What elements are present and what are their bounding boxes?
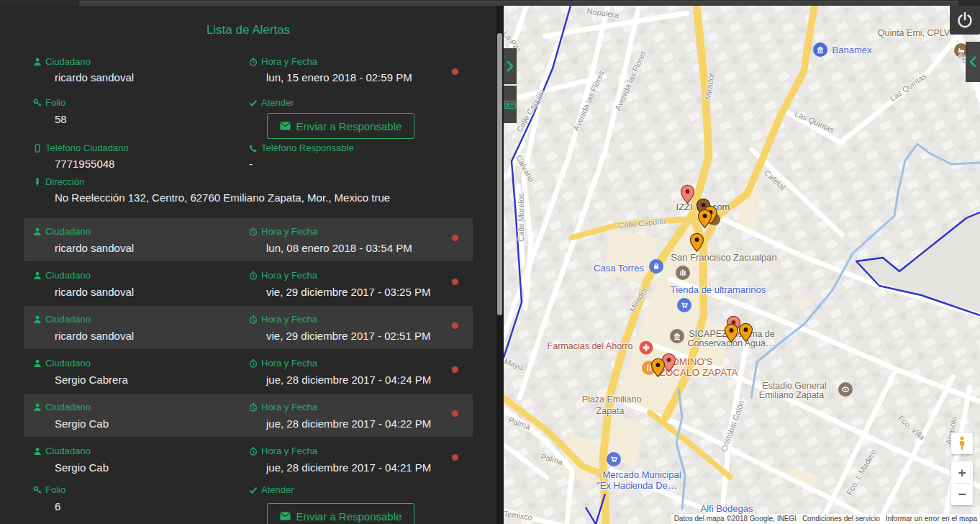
app-window: Lista de Alertas Ciudadano ricardo sando… <box>0 0 980 524</box>
key-icon <box>33 486 42 494</box>
person-icon <box>33 359 42 368</box>
pegman-button[interactable] <box>951 433 973 454</box>
send-to-responsable-button[interactable]: Enviar a Responsable <box>267 503 414 524</box>
map-copyright: Datos del mapa ©2018 Google, INEGI <box>671 514 799 524</box>
status-dot <box>452 454 458 461</box>
hora-value: jue, 28 diciembre 2017 - 04:24 PM <box>266 374 431 386</box>
phone-icon <box>249 144 258 153</box>
mobile-icon <box>33 144 42 153</box>
atender-label: Atender <box>249 484 294 495</box>
person-icon <box>33 315 42 324</box>
ciudadano-label: Ciudadano <box>33 314 91 325</box>
bank-icon <box>813 42 827 57</box>
folio-label: Folio <box>33 97 65 108</box>
place-label-estadio: Emiliano Zapata <box>759 390 824 400</box>
envelope-icon <box>280 122 291 130</box>
pegman-icon <box>957 436 967 451</box>
hora-label: Hora y Fecha <box>249 226 317 237</box>
cart-icon <box>607 452 621 466</box>
report-error-link[interactable]: Informar un error en el mapa <box>883 514 980 524</box>
person-icon <box>33 271 42 280</box>
check-icon <box>249 486 258 494</box>
window-top-bar <box>0 0 980 6</box>
window-top-scroll-track <box>79 1 958 6</box>
ciudadano-value: ricardo sandoval <box>55 242 134 254</box>
hora-label: Hora y Fecha <box>249 402 317 412</box>
hora-value: vie, 29 diciembre 2017 - 02:51 PM <box>266 330 430 342</box>
stadium-icon <box>838 382 853 397</box>
person-icon <box>33 403 42 412</box>
pharmacy-icon <box>640 341 653 355</box>
tel-responsable-value: - <box>249 158 253 170</box>
page-title: Lista de Alertas <box>0 23 496 37</box>
ciudadano-value: Sergio Cab <box>55 417 109 430</box>
alert-marker-orange[interactable] <box>650 358 666 378</box>
place-label-farmacias: Farmacias del Ahorro <box>548 341 633 351</box>
place-label-banamex: Banamex <box>832 45 872 55</box>
place-label-casa-torres: Casa Torres <box>594 263 644 274</box>
tel-ciudadano-label: Telèfono Ciudadano <box>33 143 129 153</box>
status-dot <box>452 366 458 373</box>
key-icon <box>33 99 42 107</box>
status-dot <box>452 279 458 285</box>
zoom-in-button[interactable]: + <box>951 466 973 479</box>
status-dot <box>452 410 458 417</box>
tel-responsable-label: Telèfono Responsable <box>249 143 354 153</box>
power-button[interactable] <box>950 6 980 35</box>
person-icon <box>33 58 42 66</box>
ciudadano-label: Ciudadano <box>33 56 91 67</box>
place-label-mercado: "Ex Hacienda De… <box>596 480 677 491</box>
zoom-controls: + − <box>951 461 973 505</box>
alert-marker-orange[interactable] <box>689 232 704 253</box>
hora-value: jue, 28 diciembre 2017 - 04:22 PM <box>266 417 431 430</box>
direccion-value: No Reelección 132, Centro, 62760 Emilian… <box>55 191 390 204</box>
clock-icon <box>249 403 258 412</box>
alert-list-panel: Lista de Alertas Ciudadano ricardo sando… <box>0 6 496 524</box>
terms-link[interactable]: Condiciones del servicio <box>799 514 883 524</box>
hora-value: jue, 28 diciembre 2017 - 04:21 PM <box>266 461 431 474</box>
folio-value: 58 <box>55 113 67 125</box>
person-icon <box>33 447 42 456</box>
row-highlight <box>24 218 473 261</box>
place-label-tienda: Tienda de ultramarinos <box>671 284 766 295</box>
ciudadano-label: Ciudadano <box>33 270 91 281</box>
zoom-out-button[interactable]: − <box>951 487 973 501</box>
ciudadano-label: Ciudadano <box>33 446 91 456</box>
church-icon <box>676 266 690 280</box>
ciudadano-value: ricardo sandoval <box>55 286 134 298</box>
alert-marker-orange[interactable] <box>697 209 712 229</box>
legend-tab[interactable] <box>504 86 517 123</box>
status-dot <box>452 322 458 329</box>
panel-expand-tab[interactable] <box>504 48 517 84</box>
ciudadano-value: ricardo sandoval <box>55 71 134 83</box>
alert-marker-orange[interactable] <box>738 322 753 343</box>
map-canvas[interactable]: Nopalera La Paz Calle Capulín Calvario C… <box>504 6 980 524</box>
sidebar-collapse-tab[interactable] <box>966 42 980 82</box>
place-label-plaza: Plaza Emiliano <box>582 394 642 405</box>
clock-icon <box>249 315 258 324</box>
send-to-responsable-button[interactable]: Enviar a Responsable <box>267 113 414 139</box>
direccion-label: Dirección <box>33 176 84 187</box>
place-label-estadio: Estadio General <box>762 381 827 391</box>
scrollbar-thumb[interactable] <box>497 33 502 315</box>
place-label-mercado: Mercado Municipal <box>602 469 681 480</box>
alert-marker-orange[interactable] <box>724 323 739 343</box>
alert-marker-red[interactable] <box>680 184 695 204</box>
clock-icon <box>249 227 258 236</box>
panel-scrollbar[interactable] <box>496 6 504 524</box>
place-label-quinta-emi: Quinta Emi, CPLV <box>878 28 950 38</box>
list-icon <box>504 99 517 110</box>
map-person-icon <box>33 178 42 186</box>
cart-icon <box>677 298 691 312</box>
ciudadano-label: Ciudadano <box>33 402 91 412</box>
place-label-san-francisco: San Francisco Zacualpan <box>671 252 776 263</box>
hora-value: lun, 08 enero 2018 - 03:54 PM <box>266 242 412 254</box>
clock-icon <box>249 447 258 456</box>
ciudadano-value: ricardo sandoval <box>55 330 134 342</box>
ciudadano-value: Sergio Cabrera <box>55 374 128 386</box>
check-icon <box>249 99 258 107</box>
museum-icon <box>670 329 684 343</box>
person-icon <box>33 227 42 236</box>
folio-label: Folio <box>33 484 65 495</box>
hora-label: Hora y Fecha <box>249 446 317 456</box>
